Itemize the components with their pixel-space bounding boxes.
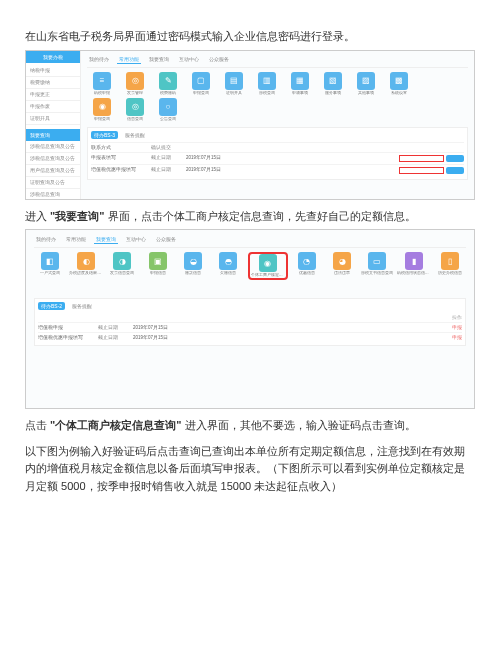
action-button[interactable] [446, 167, 464, 174]
app-icon[interactable]: ◔优惠信息 [291, 252, 323, 279]
sidebar-sub-item[interactable]: 证明查询及公告 [26, 177, 80, 189]
sidebar-item[interactable]: 证明开具 [26, 113, 80, 125]
app-icon[interactable]: ▩系统设置 [384, 72, 414, 95]
tab[interactable]: 常用功能 [117, 55, 141, 64]
app-icon-glyph: ○ [159, 98, 177, 116]
app-icon-label: 服务事项 [318, 91, 348, 95]
sidebar-sub-item[interactable]: 涉税信息查询 [26, 189, 80, 200]
action-link[interactable]: 申报 [452, 325, 462, 330]
app-icon[interactable]: ◑发票信息查询 [106, 252, 138, 279]
sidebar-item[interactable]: 纳税申报 [26, 65, 80, 77]
app-icon-label: 涉税查询 [252, 91, 282, 95]
sidebar-item[interactable]: 税费缴纳 [26, 77, 80, 89]
app-icon-glyph: ◐ [77, 252, 95, 270]
app-icon[interactable]: ▣申报信息 [142, 252, 174, 279]
app-icon-glyph: ◎ [126, 72, 144, 90]
app-icon-glyph: ▧ [324, 72, 342, 90]
app-icon-glyph: ▢ [192, 72, 210, 90]
app-icon[interactable]: ▥涉税查询 [252, 72, 282, 95]
app-icon[interactable]: ◉个体工商户核定信息查询 [251, 254, 285, 277]
outro-2: 以下图为例输入好验证码后点击查询已查询出本单位所有定期定额信息，注意找到在有效期… [25, 443, 475, 496]
app-icon-glyph: ◔ [298, 252, 316, 270]
app-icon[interactable]: ▧服务事项 [318, 72, 348, 95]
info-row: 增值税优惠申报填写截止日期2019年07月15日申报 [38, 332, 462, 342]
app-icon[interactable]: ◒缴款信息 [177, 252, 209, 279]
tab[interactable]: 我的待办 [34, 235, 58, 244]
app-icon-label: 违法违章 [326, 271, 358, 275]
tab[interactable]: 公众服务 [207, 55, 231, 64]
sidebar-sub-item[interactable]: 涉税信息查询及公告 [26, 141, 80, 153]
tab[interactable]: 互动中心 [177, 55, 201, 64]
app-icon[interactable]: ◎信息查询 [120, 98, 150, 121]
app-icon-label: 系统设置 [384, 91, 414, 95]
app-icon-glyph: ◧ [41, 252, 59, 270]
app-icon-label: 缴款信息 [177, 271, 209, 275]
sidebar-top-button[interactable]: 我要办税 [26, 51, 80, 63]
panel-tab-todo-2[interactable]: 待办BS-2 [38, 302, 65, 310]
app-icon-label: 纳税申报 [87, 91, 117, 95]
app-icon-label: 优惠信息 [291, 271, 323, 275]
panel-tab-todo[interactable]: 待办BS-3 [91, 131, 118, 139]
app-icon-glyph: ◒ [184, 252, 202, 270]
app-icon-glyph: ▨ [357, 72, 375, 90]
app-icon-label: 申报信息 [142, 271, 174, 275]
app-icon-label: 发票管理 [120, 91, 150, 95]
tab[interactable]: 公众服务 [154, 235, 178, 244]
app-icon-label: 发票信息查询 [106, 271, 138, 275]
app-icon[interactable]: ◉申报查询 [87, 98, 117, 121]
app-icon-label: 一户式查询 [34, 271, 66, 275]
app-icon-glyph: ◓ [219, 252, 237, 270]
app-icon-label: 个体工商户核定信息查询 [251, 273, 285, 277]
app-icon[interactable]: ◓欠缴信息 [212, 252, 244, 279]
sidebar-group-header[interactable]: 我要查询 [26, 129, 80, 141]
app-icon-glyph: ◕ [333, 252, 351, 270]
app-icon-label: 信息查询 [120, 117, 150, 121]
app-icon[interactable]: ▭涉税文书信息查询 [361, 252, 393, 279]
app-icon[interactable]: ≡纳税申报 [87, 72, 117, 95]
app-icon[interactable]: ▢申报查询 [186, 72, 216, 95]
app-icon[interactable]: ✎税费缴纳 [153, 72, 183, 95]
tab[interactable]: 常用功能 [64, 235, 88, 244]
info-row: 联系方式确认提交 [91, 142, 464, 152]
sidebar-sub-item[interactable]: 用户信息查询及公告 [26, 165, 80, 177]
app-icon[interactable]: ◎发票管理 [120, 72, 150, 95]
panel-tab-remind-2[interactable]: 服务提醒 [69, 302, 95, 310]
screenshot-2: 我的待办常用功能我要查询互动中心公众服务 ◧一户式查询◐办税进度及结果信息查询◑… [25, 229, 475, 409]
app-icon[interactable]: ○公告查询 [153, 98, 183, 121]
status-box [399, 167, 444, 174]
sidebar-item[interactable]: 申报更正 [26, 89, 80, 101]
action-link[interactable]: 申报 [452, 335, 462, 340]
app-icon[interactable]: ▦申请事项 [285, 72, 315, 95]
app-icon[interactable]: ▤证明开具 [219, 72, 249, 95]
app-icon-glyph: ▭ [368, 252, 386, 270]
app-icon[interactable]: ▮纳税信用状态信息查询 [397, 252, 431, 279]
highlight-box: ◉个体工商户核定信息查询 [248, 252, 288, 279]
action-button[interactable] [446, 155, 464, 162]
app-icon[interactable]: ◐办税进度及结果信息查询 [69, 252, 103, 279]
tab[interactable]: 我要查询 [147, 55, 171, 64]
app-icon-label: 税费缴纳 [153, 91, 183, 95]
sidebar-item[interactable]: 申报作废 [26, 101, 80, 113]
tab[interactable]: 我的待办 [87, 55, 111, 64]
app-icon[interactable]: ▯历史办税信息 [434, 252, 466, 279]
app-icon-label: 纳税信用状态信息查询 [397, 271, 431, 275]
app-icon-label: 申报查询 [186, 91, 216, 95]
app-icon-label: 办税进度及结果信息查询 [69, 271, 103, 275]
app-icon-glyph: ◉ [259, 254, 277, 272]
app-icon[interactable]: ◧一户式查询 [34, 252, 66, 279]
app-icon-glyph: ◎ [126, 98, 144, 116]
app-icon[interactable]: ◕违法违章 [326, 252, 358, 279]
app-icon[interactable]: ▨其他事项 [351, 72, 381, 95]
app-icon-label: 欠缴信息 [212, 271, 244, 275]
tab[interactable]: 互动中心 [124, 235, 148, 244]
intro-1: 在山东省电子税务局界面通过密码模式输入企业信息密码进行登录。 [25, 28, 475, 46]
app-icon-glyph: ▯ [441, 252, 459, 270]
sidebar: 我要办税 纳税申报税费缴纳申报更正申报作废证明开具 我要查询 涉税信息查询及公告… [26, 51, 81, 199]
tab[interactable]: 我要查询 [94, 235, 118, 244]
app-icon-glyph: ◉ [93, 98, 111, 116]
sidebar-sub-item[interactable]: 涉税信息查询及公告 [26, 153, 80, 165]
app-icon-label: 公告查询 [153, 117, 183, 121]
column-op: 操作 [452, 315, 462, 320]
app-icon-glyph: ▩ [390, 72, 408, 90]
panel-tab-remind[interactable]: 服务提醒 [122, 131, 148, 139]
